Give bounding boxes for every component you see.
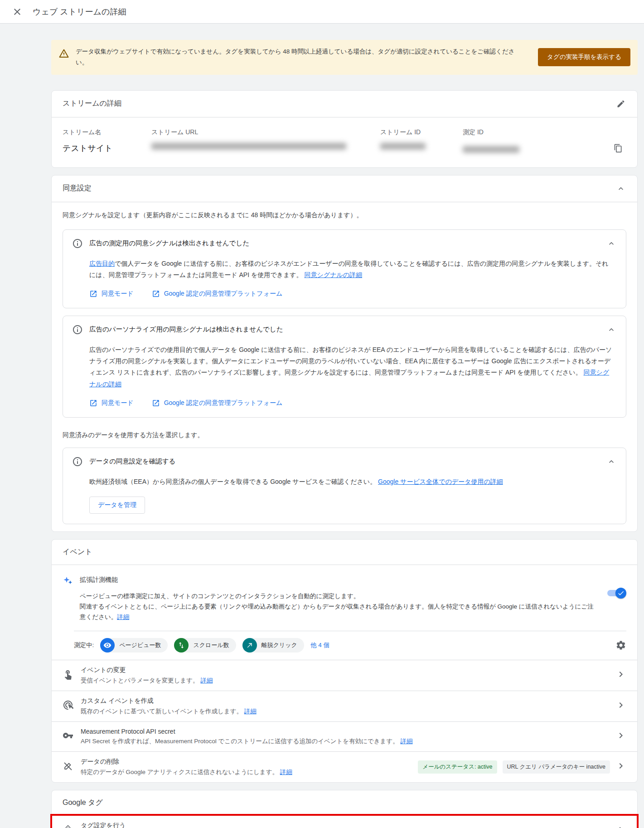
google-tag-title: Google タグ [63, 798, 103, 808]
copy-icon[interactable] [613, 143, 624, 154]
ad-purposes-link[interactable]: 広告目的 [89, 260, 115, 267]
detail-link[interactable]: 詳細 [280, 769, 292, 775]
dialog-titlebar: ウェブ ストリームの詳細 [0, 0, 644, 24]
chevron-right-icon [615, 730, 626, 743]
consent-select-text: 同意済みのデータを使用する方法を選択します。 [52, 425, 637, 440]
measuring-row: 測定中: ページビュー数 スクロール数 離脱クリック 他 4 個 [74, 631, 626, 660]
key-icon [63, 730, 73, 743]
row-modify-events-title: イベントの変更 [81, 666, 608, 674]
stream-name-value: テストサイト [63, 143, 151, 154]
certified-cmp-link[interactable]: Google 認定の同意管理プラットフォーム [152, 399, 283, 407]
row-measurement-protocol-desc: API Secret を作成すれば、Measurement Protocol で… [81, 738, 399, 745]
cursor-click-icon [63, 700, 73, 712]
consent-settings-card: 同意設定 同意シグナルを設定します（更新内容がここに反映されるまでに 48 時間… [51, 175, 638, 532]
scroll-icon [174, 638, 189, 653]
row-create-custom-events-title: カスタム イベントを作成 [81, 697, 608, 705]
eye-icon [100, 638, 115, 653]
chip-outbound-clicks-label: 離脱クリック [261, 641, 297, 649]
ad-personalization-consent-card: 広告のパーソナライズ用の同意シグナルは検出されませんでした 広告のパーソナライズ… [63, 316, 626, 418]
data-consent-text: 欧州経済領域（EEA）から同意済みの個人データを取得できる Google サービ… [89, 478, 376, 485]
field-stream-url: ストリーム URL [151, 128, 380, 154]
row-create-custom-events[interactable]: カスタム イベントを作成 既存のイベントに基づいて新しいイベントを作成します。 … [52, 691, 637, 721]
consent-mode-link[interactable]: 同意モード [89, 290, 134, 298]
field-stream-name: ストリーム名 テストサイト [63, 128, 151, 154]
chevron-up-icon[interactable] [606, 238, 617, 249]
data-consent-body: 欧州経済領域（EEA）から同意済みの個人データを取得できる Google サービ… [72, 469, 617, 489]
measurement-id-label: 測定 ID [463, 128, 626, 136]
row-data-deletion-title: データの削除 [81, 758, 411, 766]
consent-mode-link[interactable]: 同意モード [89, 399, 134, 407]
chevron-up-icon[interactable] [615, 183, 626, 194]
chip-pageviews-label: ページビュー数 [119, 641, 161, 649]
row-modify-events-desc: 受信イベントとパラメータを変更します。 [81, 677, 199, 684]
edit-icon[interactable] [615, 98, 626, 109]
edit-off-icon [63, 760, 73, 773]
close-icon[interactable] [12, 6, 23, 17]
google-tag-card: Google タグ G タグ設定を行う クロスドメイン リンクや内部トラフィック… [51, 790, 638, 828]
chevron-up-icon[interactable] [606, 456, 617, 467]
enhanced-measurement-desc2: 関連するイベントとともに、ページ上にある要素（リンクや埋め込み動画など）からもデ… [80, 603, 594, 620]
google-services-data-use-link[interactable]: Google サービス全体でのデータ使用の詳細 [378, 478, 503, 485]
external-link-icon [152, 399, 160, 407]
consent-mode-link-label: 同意モード [102, 399, 134, 407]
info-icon [72, 238, 83, 251]
data-consent-title: データの同意設定を確認する [89, 456, 600, 466]
row-data-deletion[interactable]: データの削除 特定のデータが Google アナリティクスに送信されないようにし… [52, 751, 637, 782]
events-title: イベント [63, 547, 92, 557]
consent-intro-text: 同意シグナルを設定します（更新内容がここに反映されるまでに 48 時間ほどかかる… [52, 202, 637, 222]
chevron-right-icon [615, 700, 626, 712]
detail-link[interactable]: 詳細 [401, 738, 413, 745]
measuring-label: 測定中: [74, 641, 94, 649]
enhanced-measurement-desc1: ページビューの標準測定に加え、サイトのコンテンツとのインタラクションを自動的に測… [80, 593, 359, 599]
page-body: データ収集がウェブサイトで有効になっていません。タグを実装してから 48 時間以… [0, 24, 644, 828]
detail-link[interactable]: 詳細 [200, 677, 213, 684]
manage-data-button[interactable]: データを管理 [89, 497, 145, 514]
certified-cmp-link-label: Google 認定の同意管理プラットフォーム [164, 290, 283, 298]
touch-icon [63, 669, 73, 682]
external-link-icon [89, 290, 97, 298]
info-icon [72, 456, 83, 469]
chip-pageviews: ページビュー数 [100, 638, 168, 653]
more-events-link[interactable]: 他 4 個 [310, 641, 329, 649]
chevron-up-icon[interactable] [606, 324, 617, 335]
enhanced-measurement-detail-link[interactable]: 詳細 [117, 614, 129, 620]
outbound-click-icon [242, 638, 257, 653]
gear-icon[interactable] [615, 640, 626, 651]
ad-measurement-consent-body: 広告目的で個人データを Google に送信する前に、お客様のビジネスがエンドユ… [72, 251, 617, 282]
google-tag-icon: G [63, 824, 73, 828]
chevron-right-icon [615, 760, 626, 773]
enhanced-measurement-section: 拡張計測機能 ページビューの標準測定に加え、サイトのコンテンツとのインタラクショ… [52, 565, 637, 624]
url-query-param-badge: URL クエリ パラメータのキー inactive [503, 760, 610, 774]
field-stream-id: ストリーム ID [380, 128, 463, 154]
ad-measurement-consent-title: 広告の測定用の同意シグナルは検出されませんでした [89, 238, 600, 248]
external-link-icon [89, 399, 97, 407]
enhanced-measurement-title: 拡張計測機能 [80, 576, 597, 584]
ad-personalization-consent-title: 広告のパーソナライズ用の同意シグナルは検出されませんでした [89, 324, 600, 334]
certified-cmp-link[interactable]: Google 認定の同意管理プラットフォーム [152, 290, 283, 298]
show-tag-instructions-button[interactable]: タグの実装手順を表示する [538, 48, 630, 66]
enhanced-measurement-toggle[interactable] [605, 588, 626, 599]
row-measurement-protocol[interactable]: Measurement Protocol API secret API Secr… [52, 721, 637, 751]
row-data-deletion-desc: 特定のデータが Google アナリティクスに送信されないようにします。 [81, 769, 278, 775]
email-status-badge: メールのステータス: active [418, 760, 497, 774]
row-configure-tag-settings[interactable]: G タグ設定を行う クロスドメイン リンクや内部トラフィックなどの Google… [52, 815, 637, 828]
ad-personalization-consent-body: 広告のパーソナライズでの使用目的で個人データを Google に送信する前に、お… [72, 337, 617, 392]
consent-title: 同意設定 [63, 184, 92, 193]
chip-scrolls: スクロール数 [174, 638, 236, 653]
check-icon [617, 589, 625, 597]
row-modify-events[interactable]: イベントの変更 受信イベントとパラメータを変更します。 詳細 [52, 660, 637, 691]
redacted-stream-id [380, 143, 426, 150]
detail-link[interactable]: 詳細 [244, 708, 257, 715]
consent-signals-detail-link[interactable]: 同意シグナルの詳細 [304, 271, 362, 278]
chevron-right-icon [615, 824, 626, 828]
chevron-right-icon [615, 669, 626, 682]
chip-outbound-clicks: 離脱クリック [242, 638, 304, 653]
row-measurement-protocol-title: Measurement Protocol API secret [81, 728, 608, 735]
info-icon [72, 324, 83, 337]
row-create-custom-events-desc: 既存のイベントに基づいて新しいイベントを作成します。 [81, 708, 242, 715]
row-configure-tag-settings-title: タグ設定を行う [81, 822, 608, 828]
sparkle-icon [63, 575, 73, 623]
chip-scrolls-label: スクロール数 [193, 641, 229, 649]
warning-banner-text: データ収集がウェブサイトで有効になっていません。タグを実装してから 48 時間以… [69, 44, 538, 70]
warning-banner: データ収集がウェブサイトで有効になっていません。タグを実装してから 48 時間以… [51, 40, 638, 75]
